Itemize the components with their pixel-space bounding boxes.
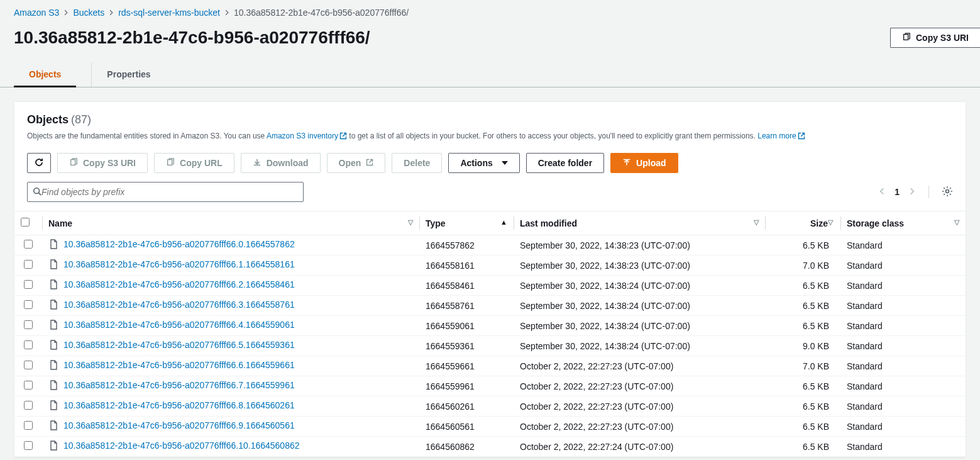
search-input[interactable] — [41, 187, 298, 197]
external-link-icon — [339, 132, 347, 143]
object-name-link[interactable]: 10.36a85812-2b1e-47c6-b956-a020776fff66.… — [63, 239, 295, 249]
tab-objects[interactable]: Objects — [26, 63, 63, 87]
settings-button[interactable] — [942, 186, 953, 199]
object-storage: Standard — [840, 396, 966, 417]
row-checkbox[interactable] — [24, 240, 33, 249]
row-checkbox[interactable] — [24, 260, 33, 269]
object-type: 1664560561 — [419, 417, 514, 437]
breadcrumb-buckets[interactable]: Buckets — [73, 8, 104, 18]
column-storage[interactable]: Storage class▽ — [840, 211, 966, 235]
object-name-link[interactable]: 10.36a85812-2b1e-47c6-b956-a020776fff66.… — [63, 440, 300, 451]
object-name-link[interactable]: 10.36a85812-2b1e-47c6-b956-a020776fff66.… — [63, 360, 295, 370]
table-row: 10.36a85812-2b1e-47c6-b956-a020776fff66.… — [14, 235, 966, 255]
object-size: 6.5 KB — [765, 396, 840, 417]
column-type[interactable]: Type▲ — [419, 211, 514, 235]
object-modified: September 30, 2022, 14:38:23 (UTC-07:00) — [514, 235, 765, 255]
create-folder-button[interactable]: Create folder — [526, 153, 604, 173]
row-checkbox[interactable] — [24, 421, 33, 430]
object-type: 1664559961 — [419, 376, 514, 396]
button-label: Actions — [460, 158, 492, 168]
sort-icon: ▽ — [954, 218, 959, 227]
row-checkbox[interactable] — [24, 280, 33, 289]
open-button[interactable]: Open — [327, 153, 386, 173]
column-name[interactable]: Name▽ — [42, 211, 419, 235]
object-type: 1664559361 — [419, 336, 514, 356]
actions-dropdown[interactable]: Actions — [448, 153, 519, 173]
table-row: 10.36a85812-2b1e-47c6-b956-a020776fff66.… — [14, 255, 966, 276]
object-name-link[interactable]: 10.36a85812-2b1e-47c6-b956-a020776fff66.… — [63, 259, 295, 269]
object-size: 6.5 KB — [765, 316, 840, 336]
panel-count: (87) — [71, 113, 91, 126]
object-name-link[interactable]: 10.36a85812-2b1e-47c6-b956-a020776fff66.… — [63, 380, 295, 390]
external-link-icon — [366, 158, 373, 168]
breadcrumb-root[interactable]: Amazon S3 — [14, 8, 59, 18]
copy-url-button[interactable]: Copy URL — [154, 153, 234, 173]
copy-s3-uri-header-button[interactable]: Copy S3 URI — [890, 28, 980, 48]
refresh-button[interactable] — [27, 153, 51, 173]
object-type: 1664559661 — [419, 356, 514, 376]
learn-more-link[interactable]: Learn more — [757, 132, 805, 140]
svg-rect-2 — [168, 159, 172, 165]
object-name-link[interactable]: 10.36a85812-2b1e-47c6-b956-a020776fff66.… — [63, 279, 295, 289]
copy-s3-uri-button[interactable]: Copy S3 URI — [57, 153, 148, 173]
inventory-link[interactable]: Amazon S3 inventory — [267, 132, 347, 140]
object-name-link[interactable]: 10.36a85812-2b1e-47c6-b956-a020776fff66.… — [63, 300, 295, 310]
search-icon — [33, 187, 41, 198]
search-input-wrapper[interactable] — [27, 182, 304, 202]
row-checkbox[interactable] — [24, 441, 33, 450]
object-type: 1664558161 — [419, 255, 514, 276]
row-checkbox[interactable] — [24, 300, 33, 309]
panel-title: Objects — [27, 113, 69, 126]
next-page-button[interactable] — [908, 186, 916, 198]
prev-page-button[interactable] — [878, 186, 886, 198]
object-storage: Standard — [840, 417, 966, 437]
copy-icon — [69, 158, 78, 169]
button-label: Copy S3 URI — [83, 158, 136, 168]
object-storage: Standard — [840, 235, 966, 255]
row-checkbox[interactable] — [24, 401, 33, 410]
upload-icon — [622, 158, 631, 169]
tab-properties[interactable]: Properties — [104, 63, 153, 87]
file-icon — [48, 400, 58, 412]
panel-desc-text: to get a list of all objects in your buc… — [349, 132, 757, 140]
row-checkbox[interactable] — [24, 381, 33, 390]
object-size: 6.5 KB — [765, 296, 840, 316]
object-size: 9.0 KB — [765, 336, 840, 356]
select-all-checkbox[interactable] — [21, 218, 30, 227]
object-type: 1664559061 — [419, 316, 514, 336]
sort-icon: ▽ — [408, 218, 413, 227]
sort-icon: ▽ — [754, 218, 759, 227]
object-modified: September 30, 2022, 14:38:24 (UTC-07:00) — [514, 316, 765, 336]
column-size[interactable]: Size▽ — [765, 211, 840, 235]
table-row: 10.36a85812-2b1e-47c6-b956-a020776fff66.… — [14, 276, 966, 296]
button-label: Upload — [636, 158, 666, 168]
download-icon — [253, 158, 262, 169]
object-storage: Standard — [840, 356, 966, 376]
upload-button[interactable]: Upload — [610, 153, 678, 173]
button-label: Open — [339, 158, 361, 168]
download-button[interactable]: Download — [241, 153, 321, 173]
panel-desc-text: Objects are the fundamental entities sto… — [27, 132, 267, 140]
copy-icon — [166, 158, 175, 169]
button-label: Delete — [404, 158, 430, 168]
delete-button[interactable]: Delete — [392, 153, 442, 173]
table-row: 10.36a85812-2b1e-47c6-b956-a020776fff66.… — [14, 437, 966, 457]
file-icon — [48, 239, 58, 251]
row-checkbox[interactable] — [24, 340, 33, 349]
object-storage: Standard — [840, 376, 966, 396]
object-storage: Standard — [840, 336, 966, 356]
object-name-link[interactable]: 10.36a85812-2b1e-47c6-b956-a020776fff66.… — [63, 320, 295, 330]
chevron-right-icon — [224, 8, 230, 18]
object-modified: September 30, 2022, 14:38:23 (UTC-07:00) — [514, 255, 765, 276]
chevron-right-icon — [108, 8, 114, 18]
object-name-link[interactable]: 10.36a85812-2b1e-47c6-b956-a020776fff66.… — [63, 400, 295, 410]
file-icon — [48, 440, 58, 452]
breadcrumb-bucket[interactable]: rds-sql-server-kms-bucket — [118, 8, 220, 18]
table-row: 10.36a85812-2b1e-47c6-b956-a020776fff66.… — [14, 336, 966, 356]
object-name-link[interactable]: 10.36a85812-2b1e-47c6-b956-a020776fff66.… — [63, 340, 295, 350]
row-checkbox[interactable] — [24, 361, 33, 369]
row-checkbox[interactable] — [24, 320, 33, 329]
sort-asc-icon: ▲ — [500, 218, 507, 226]
object-name-link[interactable]: 10.36a85812-2b1e-47c6-b956-a020776fff66.… — [63, 420, 295, 430]
column-modified[interactable]: Last modified▽ — [514, 211, 765, 235]
